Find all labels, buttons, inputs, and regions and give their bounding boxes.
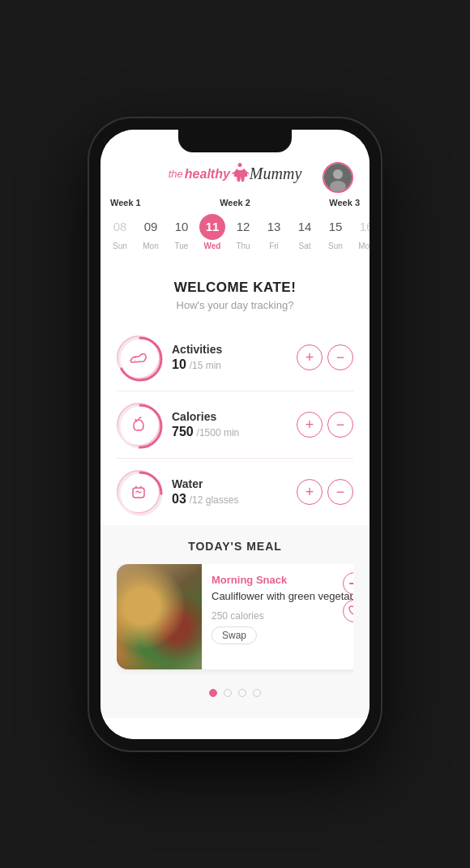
decrement-activities-button[interactable]: − — [327, 344, 353, 370]
notch — [178, 130, 292, 152]
calendar-day-11[interactable]: 11Wed — [198, 211, 227, 254]
favorite-meal-button[interactable] — [343, 600, 353, 622]
calendar-section: Week 1 Week 2 Week 3 08Sun09Mon10Tue11We… — [100, 191, 370, 263]
cal-weekday-16: Mon — [358, 242, 370, 250]
cal-date-08: 08 — [107, 214, 133, 240]
calendar-day-10[interactable]: 10Tue — [167, 211, 196, 254]
svg-point-0 — [237, 163, 241, 167]
meal-image — [117, 564, 202, 669]
add-meal-button[interactable] — [343, 572, 353, 595]
pagination-dot-2[interactable] — [238, 689, 246, 697]
cal-weekday-09: Mon — [143, 242, 158, 250]
cal-weekday-08: Sun — [113, 242, 127, 250]
meal-cards-container: Morning Snack Cauliflower with green veg… — [117, 564, 353, 678]
tracking-label-calories: Calories — [172, 410, 297, 423]
cal-date-16: 16 — [353, 214, 370, 240]
logo-figure-icon — [231, 162, 249, 186]
increment-water-button[interactable]: + — [297, 479, 323, 505]
tracking-item-water: Water 03 /12 glasses + − — [117, 459, 353, 525]
tracking-value-water: 03 /12 glasses — [172, 492, 297, 507]
calendar-day-09[interactable]: 09Mon — [136, 211, 165, 254]
tracking-icon-activities — [117, 336, 160, 379]
meals-title: TODAY'S MEAL — [117, 540, 353, 553]
tracking-info-activities: Activities 10 /15 min — [172, 343, 297, 372]
tracking-label-water: Water — [172, 477, 297, 490]
tracking-item-calories: Calories 750 /1500 min + − — [117, 391, 353, 459]
calendar-day-12[interactable]: 12Thu — [229, 211, 258, 254]
swap-button[interactable]: Swap — [212, 626, 257, 644]
week-labels: Week 1 Week 2 Week 3 — [100, 198, 370, 207]
tracking-controls-calories: + − — [297, 412, 353, 438]
tracking-info-water: Water 03 /12 glasses — [172, 477, 297, 507]
pagination — [117, 678, 353, 702]
pagination-dot-0[interactable] — [209, 689, 217, 697]
tracking-controls-activities: + − — [297, 344, 353, 370]
week-label-1: Week 1 — [110, 198, 194, 207]
decrement-water-button[interactable]: − — [327, 479, 353, 505]
meal-card: Morning Snack Cauliflower with green veg… — [117, 564, 353, 669]
calendar-day-16[interactable]: 16Mon — [352, 211, 370, 254]
user-avatar[interactable] — [323, 162, 353, 193]
tracking-info-calories: Calories 750 /1500 min — [172, 410, 297, 439]
cal-weekday-15: Sun — [328, 242, 343, 250]
cal-weekday-13: Fri — [269, 242, 279, 250]
cal-date-12: 12 — [230, 214, 256, 240]
cal-date-15: 15 — [323, 214, 348, 240]
week-label-3: Week 3 — [276, 198, 360, 207]
calendar-day-15[interactable]: 15Sun — [321, 211, 350, 254]
welcome-section: WELCOME KATE! How's your day tracking? — [100, 263, 370, 324]
screen-content: the healthy Mummy — [100, 130, 370, 739]
calendar-day-08[interactable]: 08Sun — [105, 211, 135, 254]
welcome-title: WELCOME KATE! — [117, 280, 353, 296]
calendar-day-13[interactable]: 13Fri — [259, 211, 288, 254]
meal-calories: 250 calories — [212, 610, 353, 622]
cal-weekday-11: Wed — [204, 242, 221, 250]
cal-weekday-14: Sat — [298, 242, 310, 250]
logo-healthy-text: healthy — [185, 167, 230, 182]
increment-calories-button[interactable]: + — [297, 412, 323, 438]
cal-weekday-10: Tue — [175, 242, 189, 250]
tracking-section: Activities 10 /15 min + − Calories 750 — [100, 324, 370, 525]
app-header: the healthy Mummy — [100, 154, 370, 191]
phone-screen: the healthy Mummy — [100, 130, 370, 739]
logo-mummy-text: Mummy — [250, 165, 301, 183]
cal-date-13: 13 — [261, 214, 287, 240]
calendar-strip: 08Sun09Mon10Tue11Wed12Thu13Fri14Sat15Sun… — [100, 211, 370, 254]
cal-date-09: 09 — [138, 214, 164, 240]
tracking-value-activities: 10 /15 min — [172, 357, 297, 372]
cal-date-14: 14 — [292, 214, 318, 240]
meal-category: Morning Snack — [212, 574, 353, 586]
meal-info: Morning Snack Cauliflower with green veg… — [202, 564, 353, 669]
meal-actions — [343, 572, 353, 622]
phone-frame: the healthy Mummy — [89, 118, 381, 750]
app-logo: the healthy Mummy — [169, 162, 302, 186]
tracking-item-activities: Activities 10 /15 min + − — [117, 324, 353, 391]
cal-date-11: 11 — [199, 214, 225, 240]
cal-weekday-12: Thu — [236, 242, 250, 250]
tracking-controls-water: + − — [297, 479, 353, 505]
svg-point-2 — [333, 169, 343, 179]
week-label-2: Week 2 — [194, 198, 277, 207]
pagination-dot-1[interactable] — [224, 689, 232, 697]
pagination-dot-3[interactable] — [253, 689, 261, 697]
increment-activities-button[interactable]: + — [297, 344, 323, 370]
decrement-calories-button[interactable]: − — [327, 412, 353, 438]
tracking-value-calories: 750 /1500 min — [172, 425, 297, 439]
meal-name: Cauliflower with green vegetable — [212, 589, 353, 604]
logo-the-text: the — [169, 168, 183, 180]
meals-section: TODAY'S MEAL Morning Snack Cauliflower w… — [100, 525, 370, 718]
tracking-icon-water — [117, 470, 160, 514]
tracking-label-activities: Activities — [172, 343, 297, 356]
calendar-day-14[interactable]: 14Sat — [290, 211, 319, 254]
cal-date-10: 10 — [169, 214, 194, 240]
welcome-subtitle: How's your day tracking? — [117, 299, 353, 311]
tracking-icon-calories — [117, 403, 160, 447]
